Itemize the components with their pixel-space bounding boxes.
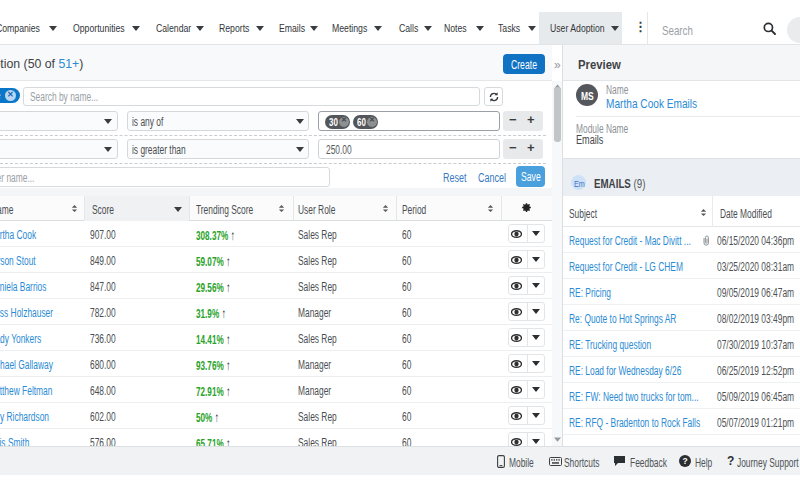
svg-text:?: ?	[682, 456, 687, 466]
